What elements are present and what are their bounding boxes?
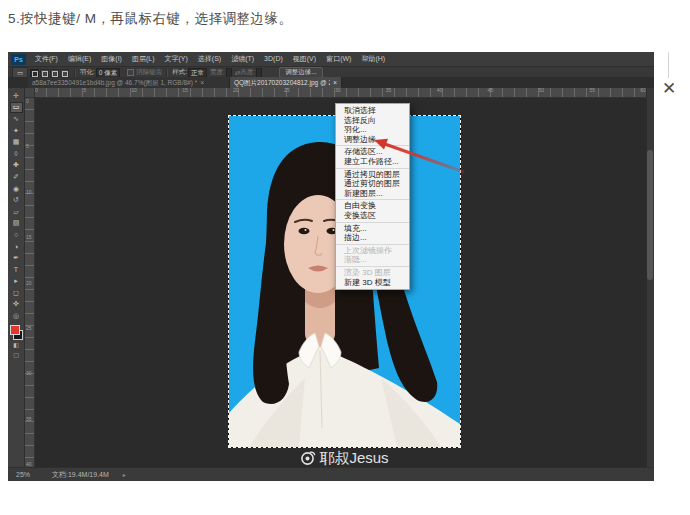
photoshop-logo: Ps [11,54,26,65]
menu-item-feather[interactable]: 羽化... [336,125,409,135]
watermark-text: 耶叔Jesus [319,449,388,468]
menu-item-fade: 渐隐... [336,255,409,265]
menu-item-layer-via-cut[interactable]: 通过剪切的图层 [336,179,409,189]
document-tab-inactive[interactable]: a58a7ee3350491e1bd4b.jpg @ 46.7%(图层 1, R… [28,77,230,88]
ruler-number: 30 [25,370,34,376]
menu-edit[interactable]: 编辑(E) [63,52,96,66]
menu-item-new-layer[interactable]: 新建图层... [336,189,409,199]
menu-help[interactable]: 帮助(H) [356,52,390,66]
document-size-info: 文档:19.4M/19.4M [52,470,109,480]
menu-3d[interactable]: 3D(D) [259,52,288,66]
close-icon[interactable]: ✕ [657,76,681,100]
menu-type[interactable]: 文字(Y) [159,52,192,66]
eyedropper-tool[interactable]: ◊ [10,148,23,160]
menu-item-select-inverse[interactable]: 选择反向 [336,116,409,126]
eraser-tool[interactable]: ▱ [10,206,23,218]
menu-item-deselect[interactable]: 取消选择 [336,106,409,116]
ruler-number: 45 [488,88,494,96]
dodge-tool[interactable]: ◑ [10,241,23,253]
crop-tool[interactable]: ▦ [10,136,23,148]
tab-close-icon[interactable]: × [200,77,204,88]
subtract-from-selection-icon[interactable] [50,69,59,77]
menu-item-save-selection[interactable]: 存储选区... [336,147,409,157]
tab-close-icon[interactable]: × [333,77,337,88]
intersect-selection-icon[interactable] [60,69,69,77]
menu-select[interactable]: 选择(S) [193,52,226,66]
clone-stamp-tool[interactable]: ◉ [10,183,23,195]
width-input[interactable] [226,68,232,78]
foreground-color-swatch[interactable] [10,325,20,335]
antialias-checkbox[interactable] [127,69,134,76]
history-brush-tool[interactable]: ↺ [10,194,23,206]
options-divider [74,69,76,77]
ruler-number: 10 [25,189,34,195]
document-tab-title: QQ图片20170203204812.jpg @ 25%(图层, RGB/8) … [234,77,330,88]
menu-window[interactable]: 窗口(W) [321,52,356,66]
add-to-selection-icon[interactable] [40,69,49,77]
menu-item-layer-via-copy[interactable]: 通过拷贝的图层 [336,170,409,180]
menu-item-transform-selection[interactable]: 变换选区 [336,211,409,221]
menu-file[interactable]: 文件(F) [30,52,63,66]
zoom-tool[interactable]: ◎ [10,310,23,322]
shape-tool[interactable]: ◻ [10,287,23,299]
tools-panel: ✛ ▭ ∿ ✦ ▦ ◊ ✚ ✐ ◉ ↺ ▱ ▨ ○ ◑ ✒ T ▸ ◻ ✜ ◎ … [8,88,25,467]
lasso-tool[interactable]: ∿ [10,113,23,125]
tutorial-step-text: 5.按快捷键/ M，再鼠标右键，选择调整边缘。 [8,10,293,28]
ruler-number: 0 [25,98,34,104]
healing-tool[interactable]: ✚ [10,160,23,172]
type-tool[interactable]: T [10,264,23,276]
weibo-logo-icon [300,450,316,466]
zoom-level-field[interactable]: 25% [16,471,30,478]
path-select-tool[interactable]: ▸ [10,276,23,288]
feather-input[interactable]: 0 像素 [96,68,120,78]
menu-item-stroke[interactable]: 描边... [336,233,409,243]
feather-label: 羽化: [80,68,95,77]
ruler-number: 5 [25,143,34,149]
lightbox-divider [668,52,669,78]
menu-image[interactable]: 图像(I) [96,52,127,66]
ruler-number: 55 [589,88,595,96]
quick-mask-icon[interactable]: ◧ [10,340,23,350]
quick-select-tool[interactable]: ✦ [10,125,23,137]
menu-item-fill[interactable]: 填充... [336,224,409,234]
status-bar: 25% 文档:19.4M/19.4M ▸ [8,467,654,481]
ruler-number: 20 [233,88,239,96]
vertical-ruler: 0 5 10 15 20 25 30 35 40 [25,98,35,467]
ruler-number: 10 [131,88,137,96]
status-popup-caret-icon[interactable]: ▸ [123,471,126,478]
menu-item-make-work-path[interactable]: 建立工作路径... [336,157,409,167]
width-label: 宽度: [210,68,225,77]
antialias-label: 消除锯齿 [136,68,162,77]
gradient-tool[interactable]: ▨ [10,218,23,230]
menu-item-refine-edge[interactable]: 调整边缘... [336,135,409,145]
ruler-number: 5 [83,88,86,96]
move-tool[interactable]: ✛ [10,90,23,102]
hand-tool[interactable]: ✜ [10,299,23,311]
ruler-number: 50 [539,88,545,96]
ruler-number: 15 [25,234,34,240]
scrollbar-thumb[interactable] [647,150,653,280]
options-divider [166,69,168,77]
brush-tool[interactable]: ✐ [10,171,23,183]
ruler-number: 25 [284,88,290,96]
blur-tool[interactable]: ○ [10,229,23,241]
menu-layer[interactable]: 图层(L) [127,52,160,66]
marquee-tool[interactable]: ▭ [10,102,23,114]
menu-item-new-3d-model[interactable]: 新建 3D 模型 [336,278,409,288]
menu-view[interactable]: 视图(V) [288,52,321,66]
height-input[interactable] [256,68,262,78]
color-swatches [10,325,23,340]
menu-item-render-3d-layer: 渲染 3D 图层 [336,268,409,278]
style-select[interactable]: 正常 [188,68,207,78]
screen-mode-icon[interactable]: ▢ [10,350,23,360]
menu-bar: Ps 文件(F) 编辑(E) 图像(I) 图层(L) 文字(Y) 选择(S) 滤… [8,52,654,66]
ruler-number: 35 [25,416,34,422]
new-selection-icon[interactable] [30,69,39,77]
pen-tool[interactable]: ✒ [10,252,23,264]
height-label: 高度: [240,68,255,77]
menu-item-free-transform[interactable]: 自由变换 [336,201,409,211]
document-tab-active[interactable]: QQ图片20170203204812.jpg @ 25%(图层, RGB/8) … [230,77,342,88]
watermark: 耶叔Jesus [229,448,460,468]
ruler-number: 30 [335,88,341,96]
menu-filter[interactable]: 滤镜(T) [226,52,259,66]
